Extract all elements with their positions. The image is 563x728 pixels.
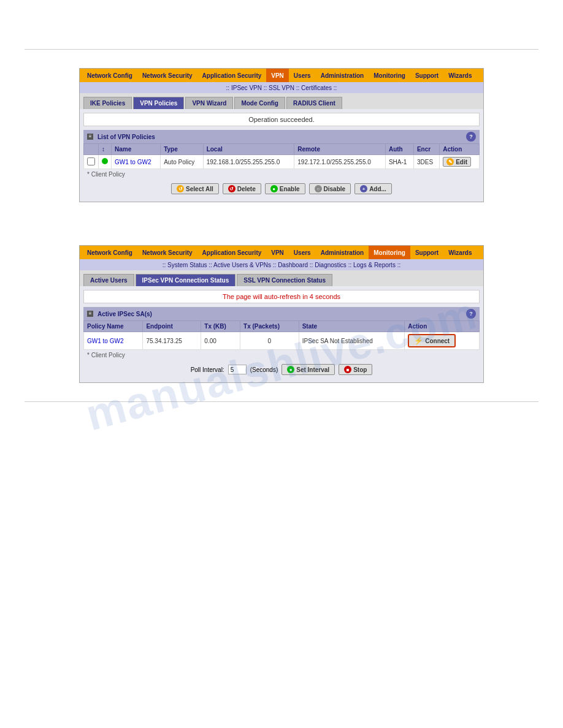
actions-row-1: ↺ Select All ↺ Delete ● Enable ○ Disable… (83, 180, 480, 198)
nav2-administration[interactable]: Administration (316, 246, 369, 259)
delete-icon: ↺ (228, 185, 236, 192)
td-auth: SHA-1 (385, 155, 413, 169)
stop-button[interactable]: ■ Stop (339, 364, 372, 375)
tab-ike-policies[interactable]: IKE Policies (83, 97, 132, 109)
section-header-1: ≡ List of VPN Policies ? (83, 130, 480, 143)
section-title-container: ≡ List of VPN Policies (87, 134, 155, 140)
nav-network-config[interactable]: Network Config (82, 69, 137, 82)
th-local: Local (203, 144, 294, 155)
section-header-2: ≡ Active IPSec SA(s) ? (83, 307, 480, 320)
delete-button[interactable]: ↺ Delete (223, 183, 261, 194)
nav-network-security[interactable]: Network Security (137, 69, 197, 82)
delete-label: Delete (237, 186, 256, 192)
footer-note-2: * Client Policy (83, 350, 480, 360)
top-divider (25, 49, 538, 50)
nav2-support[interactable]: Support (410, 246, 443, 259)
th-remote: Remote (294, 144, 386, 155)
poll-label: Poll Interval: (191, 366, 224, 373)
footer-note-text-1: * Client Policy (87, 171, 125, 178)
navbar-1: Network Config Network Security Applicat… (80, 69, 483, 82)
nav-application-security[interactable]: Application Security (197, 69, 267, 82)
select-all-icon: ↺ (177, 185, 184, 192)
row-checkbox[interactable] (87, 157, 95, 165)
add-icon: + (360, 185, 367, 192)
connect-button[interactable]: ⚡ Connect (408, 334, 456, 347)
nav2-users[interactable]: Users (289, 246, 316, 259)
td2-action: ⚡ Connect (405, 332, 480, 350)
nav2-network-security[interactable]: Network Security (137, 246, 197, 259)
nav-monitoring[interactable]: Monitoring (369, 69, 410, 82)
policy-name-link-2[interactable]: GW1 to GW2 (87, 338, 123, 344)
nav2-monitoring[interactable]: Monitoring (369, 246, 410, 259)
enable-label: Enable (280, 186, 300, 192)
select-all-label: Select All (186, 186, 213, 192)
subnav-1: :: IPSec VPN :: SSL VPN :: Certificates … (80, 82, 483, 93)
subnav-2: :: System Status :: Active Users & VPNs … (80, 259, 483, 270)
enable-button[interactable]: ● Enable (265, 183, 305, 194)
th2-policy-name: Policy Name (84, 321, 143, 332)
navbar-2: Network Config Network Security Applicat… (80, 246, 483, 259)
footer-note-1: * Client Policy (83, 169, 480, 180)
poll-interval-input[interactable] (228, 365, 247, 374)
disable-icon: ○ (315, 185, 322, 192)
th2-state: State (299, 321, 404, 332)
disable-button[interactable]: ○ Disable (309, 183, 351, 194)
th-sort[interactable]: ↕ (99, 144, 112, 155)
select-all-button[interactable]: ↺ Select All (171, 183, 219, 194)
td-checkbox[interactable] (84, 155, 99, 169)
nav-users[interactable]: Users (289, 69, 316, 82)
help-icon-2[interactable]: ? (466, 309, 476, 319)
status-dot-green (102, 158, 108, 164)
help-icon-1[interactable]: ? (466, 132, 476, 142)
panel-2: Network Config Network Security Applicat… (79, 245, 484, 383)
poll-unit: (Seconds) (250, 366, 278, 373)
tab-mode-config[interactable]: Mode Config (234, 97, 285, 109)
stop-label: Stop (353, 366, 367, 373)
td-name: GW1 to GW2 (112, 155, 161, 169)
td-remote: 192.172.1.0/255.255.255.0 (294, 155, 386, 169)
policy-name-link[interactable]: GW1 to GW2 (115, 159, 151, 165)
tab-ssl-vpn-status[interactable]: SSL VPN Connection Status (237, 274, 332, 286)
subnav-1-text: :: IPSec VPN :: SSL VPN :: Certificates … (226, 85, 337, 91)
tab-vpn-policies[interactable]: VPN Policies (133, 97, 184, 109)
th-type: Type (161, 144, 203, 155)
nav2-wizards[interactable]: Wizards (443, 246, 477, 259)
nav-support[interactable]: Support (410, 69, 443, 82)
add-label: Add... (369, 186, 386, 192)
section-grid-icon-2: ≡ (87, 311, 93, 317)
tab-ipsec-vpn-status[interactable]: IPSec VPN Connection Status (136, 274, 236, 286)
disable-label: Disable (324, 186, 346, 192)
edit-icon: ✎ (446, 158, 454, 165)
footer-note-text-2: * Client Policy (87, 352, 125, 358)
table-row-2: GW1 to GW2 75.34.173.25 0.00 0 IPSec SA … (84, 332, 480, 350)
tab-active-users[interactable]: Active Users (83, 274, 134, 286)
td-action: ✎ Edit (440, 155, 480, 169)
table-row: GW1 to GW2 Auto Policy 192.168.1.0/255.2… (84, 155, 480, 169)
stop-icon: ■ (344, 366, 351, 373)
set-interval-icon: ● (287, 366, 294, 373)
td2-endpoint: 75.34.173.25 (143, 332, 201, 350)
nav-vpn[interactable]: VPN (266, 69, 289, 82)
nav2-application-security[interactable]: Application Security (197, 246, 267, 259)
tabbar-2: Active Users IPSec VPN Connection Status… (80, 270, 483, 286)
section-title-2: Active IPSec SA(s) (98, 311, 152, 317)
td-encr: 3DES (413, 155, 439, 169)
edit-button[interactable]: ✎ Edit (443, 157, 471, 167)
panel-gap (25, 221, 538, 245)
nav2-vpn[interactable]: VPN (266, 246, 289, 259)
enable-icon: ● (270, 185, 278, 192)
th2-tx-kb: Tx (KB) (201, 321, 240, 332)
th-name: Name (112, 144, 161, 155)
panel-1: Network Config Network Security Applicat… (79, 68, 484, 202)
nav2-network-config[interactable]: Network Config (82, 246, 137, 259)
tab-radius-client[interactable]: RADIUS Client (286, 97, 342, 109)
set-interval-button[interactable]: ● Set Interval (282, 364, 335, 375)
th2-endpoint: Endpoint (143, 321, 201, 332)
td-status (99, 155, 112, 169)
tab-vpn-wizard[interactable]: VPN Wizard (185, 97, 233, 109)
th-checkbox (84, 144, 99, 155)
nav-administration[interactable]: Administration (316, 69, 369, 82)
add-button[interactable]: + Add... (354, 183, 392, 194)
nav-wizards[interactable]: Wizards (443, 69, 477, 82)
bottom-divider (25, 401, 538, 402)
